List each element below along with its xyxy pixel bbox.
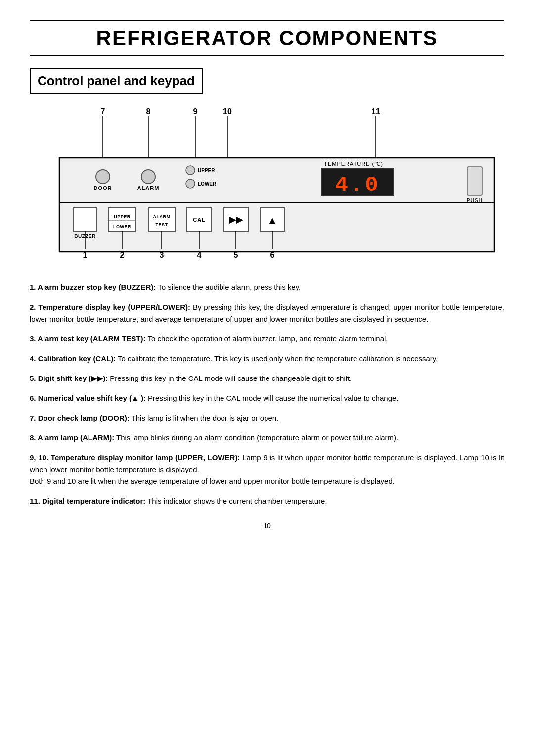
- temp-label: TEMPERATURE (℃): [324, 161, 383, 167]
- desc-8: 8. Alarm lamp (ALARM): This lamp blinks …: [30, 432, 504, 444]
- upper-lamp: [186, 166, 195, 175]
- desc-8-bold: 8. Alarm lamp (ALARM):: [30, 433, 114, 442]
- main-title: REFRIGERATOR COMPONENTS: [30, 20, 504, 56]
- alarm-test-label1: ALARM: [153, 214, 171, 219]
- desc-8-text: This lamp blinks during an alarm conditi…: [116, 433, 398, 442]
- desc-5-text: Pressing this key in the CAL mode will c…: [110, 374, 352, 382]
- label-4: 4: [197, 251, 202, 259]
- alarm-lamp: [141, 170, 155, 184]
- forward-icon: ▶▶: [229, 215, 244, 225]
- label-1: 1: [83, 251, 88, 259]
- push-knob: [467, 167, 482, 195]
- push-label: PUSH: [467, 198, 483, 203]
- buzzer-key-rect[interactable]: [73, 207, 97, 231]
- desc-5-bold: 5. Digit shift key (▶▶):: [30, 374, 108, 382]
- diagram-area: 7 8 9 10 11 DOOR ALARM UPPER LOWER: [30, 103, 504, 267]
- label-2: 2: [120, 251, 125, 259]
- desc-3: 3. Alarm test key (ALARM TEST): To check…: [30, 333, 504, 345]
- desc-4: 4. Calibration key (CAL): To calibrate t…: [30, 353, 504, 365]
- label-8: 8: [146, 107, 151, 116]
- temp-value: 4.0: [335, 173, 380, 197]
- desc-6: 6. Numerical value shift key (▲ ): Press…: [30, 392, 504, 404]
- up-icon: ▲: [267, 215, 277, 226]
- desc-7: 7. Door check lamp (DOOR): This lamp is …: [30, 412, 504, 424]
- desc-2: 2. Temperature display key (UPPER/LOWER)…: [30, 301, 504, 325]
- label-7: 7: [101, 107, 105, 116]
- desc-7-text: This lamp is lit when the door is ajar o…: [132, 414, 279, 422]
- page-number: 10: [30, 522, 504, 530]
- desc-4-text: To calibrate the temperature. This key i…: [118, 354, 438, 363]
- desc-9: 9, 10. Temperature display monitor lamp …: [30, 452, 504, 487]
- desc-11-text: This indicator shows the current chamber…: [147, 497, 327, 505]
- alarm-test-key[interactable]: [148, 207, 176, 231]
- upper-lamp-label: UPPER: [198, 168, 215, 173]
- panel-border: [59, 158, 494, 252]
- desc-1-bold: 1. Alarm buzzer stop key (BUZZER):: [30, 283, 156, 291]
- upper-key-label: UPPER: [114, 214, 131, 219]
- desc-11-bold: 11. Digital temperature indicator:: [30, 497, 145, 505]
- label-10: 10: [223, 107, 232, 116]
- diagram-svg: 7 8 9 10 11 DOOR ALARM UPPER LOWER: [30, 103, 504, 267]
- alarm-label: ALARM: [137, 185, 160, 191]
- alarm-test-label2: TEST: [155, 222, 168, 227]
- desc-1: 1. Alarm buzzer stop key (BUZZER): To si…: [30, 282, 504, 293]
- desc-6-text: Pressing this key in the CAL mode will c…: [148, 394, 398, 402]
- desc-2-bold: 2. Temperature display key (UPPER/LOWER)…: [30, 303, 190, 311]
- lower-key-label: LOWER: [113, 224, 131, 229]
- lower-lamp: [186, 179, 195, 188]
- desc-3-text: To check the operation of alarm buzzer, …: [147, 334, 388, 343]
- cal-label: CAL: [193, 217, 206, 223]
- lower-lamp-label: LOWER: [198, 181, 217, 187]
- desc-11: 11. Digital temperature indicator: This …: [30, 495, 504, 507]
- desc-4-bold: 4. Calibration key (CAL):: [30, 354, 116, 363]
- label-3: 3: [160, 251, 164, 259]
- desc-5: 5. Digit shift key (▶▶): Pressing this k…: [30, 373, 504, 384]
- label-5: 5: [234, 251, 238, 259]
- descriptions: 1. Alarm buzzer stop key (BUZZER): To si…: [30, 282, 504, 507]
- label-9: 9: [193, 107, 198, 116]
- desc-6-bold: 6. Numerical value shift key (▲ ):: [30, 394, 146, 402]
- desc-9-bold: 9, 10. Temperature display monitor lamp …: [30, 453, 240, 462]
- desc-7-bold: 7. Door check lamp (DOOR):: [30, 414, 130, 422]
- desc-3-bold: 3. Alarm test key (ALARM TEST):: [30, 334, 146, 343]
- desc-1-text: To silence the audible alarm, press this…: [158, 283, 301, 291]
- door-lamp: [96, 170, 110, 184]
- label-11: 11: [371, 107, 380, 116]
- door-label: DOOR: [94, 185, 112, 191]
- section-title: Control panel and keypad: [30, 68, 203, 94]
- label-6: 6: [270, 251, 275, 259]
